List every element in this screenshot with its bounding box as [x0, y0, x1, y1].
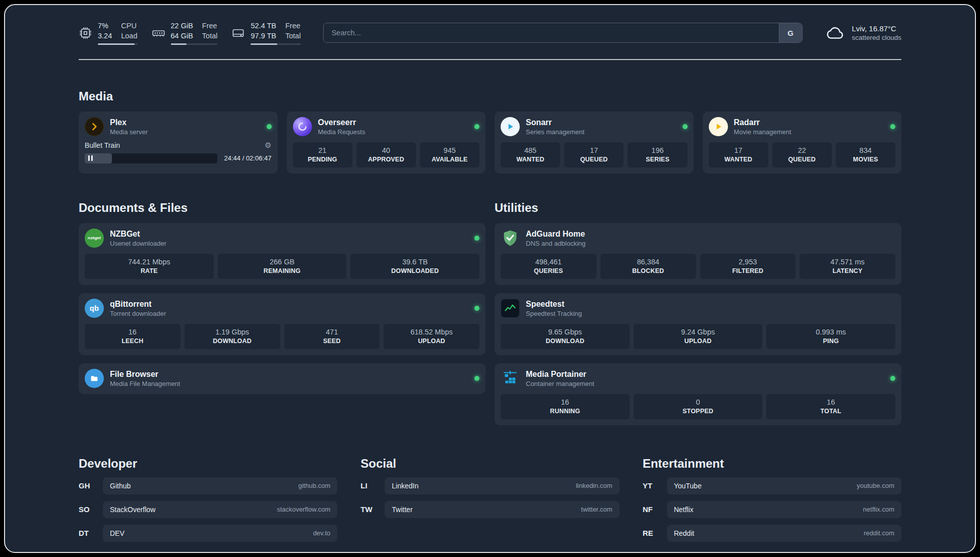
service-name: AdGuard Home: [526, 229, 586, 239]
speedtest-icon: [501, 299, 520, 318]
nzbget-icon: nzbget: [85, 229, 104, 248]
status-dot: [474, 236, 479, 241]
bookmark-row-stackoverflow: SO StackOverflow stackoverflow.com: [79, 501, 337, 518]
stat-tile: 498,461 QUERIES: [501, 254, 596, 279]
bookmark-abbr: RE: [643, 529, 667, 537]
stat-label: LEECH: [87, 338, 178, 345]
bookmark-link-dev[interactable]: DEV dev.to: [103, 525, 337, 542]
stat-label: LATENCY: [802, 267, 893, 274]
service-card-adguard: AdGuard Home DNS and adblocking 498,461 …: [495, 223, 901, 285]
stat-label: DOWNLOADED: [352, 267, 477, 274]
gear-icon[interactable]: ⚙: [265, 141, 271, 149]
status-dot: [474, 306, 479, 311]
service-subtitle: Torrent downloader: [110, 310, 166, 317]
status-dot: [267, 124, 272, 129]
adguard-service-link[interactable]: AdGuard Home DNS and adblocking: [501, 229, 895, 248]
overseerr-icon: [293, 117, 312, 136]
status-dot: [474, 376, 479, 381]
bookmark-row-dev: DT DEV dev.to: [79, 525, 337, 542]
stat-value: 744.21 Mbps: [87, 258, 212, 266]
bookmark-link-stackoverflow[interactable]: StackOverflow stackoverflow.com: [103, 501, 337, 518]
bookmark-name: Netflix: [674, 506, 694, 514]
stat-value: 834: [838, 146, 893, 154]
bookmark-row-reddit: RE Reddit reddit.com: [643, 525, 901, 542]
bookmark-name: StackOverflow: [110, 506, 155, 514]
pause-button[interactable]: [88, 155, 93, 161]
service-subtitle: Movie management: [734, 128, 791, 136]
bookmark-link-twitter[interactable]: Twitter twitter.com: [385, 501, 619, 518]
filebrowser-service-link[interactable]: File Browser Media File Management: [85, 369, 479, 388]
bookmark-name: Reddit: [674, 529, 694, 537]
bookmark-link-netflix[interactable]: Netflix netflix.com: [667, 501, 901, 518]
radarr-service-link[interactable]: Radarr Movie management: [709, 117, 896, 136]
bookmark-name: YouTube: [674, 482, 702, 490]
speedtest-service-link[interactable]: Speedtest Speedtest Tracking: [501, 299, 895, 318]
bookmark-link-reddit[interactable]: Reddit reddit.com: [667, 525, 901, 542]
stat-value: 0.993 ms: [768, 328, 893, 336]
search-provider-button[interactable]: G: [779, 23, 802, 42]
stat-tile: 16 RUNNING: [501, 394, 630, 419]
bookmark-link-linkedin[interactable]: LinkedIn linkedin.com: [385, 477, 619, 494]
stat-value: 16: [768, 398, 893, 406]
stat-label: PING: [768, 338, 893, 345]
stat-tile: 485 WANTED: [501, 142, 560, 168]
top-bar: 7% CPU 3.24 Load 22 GiB Free 64 GiB Tota…: [79, 21, 901, 45]
portainer-service-link[interactable]: Media Portainer Container management: [501, 369, 895, 388]
service-card-radarr: Radarr Movie management 17 WANTED 22 QUE…: [703, 112, 902, 174]
stat-label: TOTAL: [768, 408, 893, 415]
service-subtitle: Container management: [526, 380, 594, 387]
stat-tile: 744.21 Mbps RATE: [85, 254, 214, 279]
memory-total-value: 64 GiB: [171, 31, 193, 41]
stat-label: APPROVED: [358, 156, 414, 163]
stat-value: 0: [636, 398, 761, 406]
stat-tile: 17 QUEUED: [564, 142, 624, 168]
stat-tile: 16 LEECH: [85, 324, 180, 349]
memory-total-label: Total: [202, 31, 218, 41]
memory-free-value: 22 GiB: [171, 21, 193, 31]
disk-usage-bar: [251, 43, 300, 45]
search-input[interactable]: [324, 23, 779, 42]
stat-label: DOWNLOAD: [187, 338, 278, 345]
stat-tile: 21 PENDING: [293, 142, 352, 168]
bookmark-domain: linkedin.com: [576, 482, 612, 489]
plex-now-playing: Bullet Train ⚙ 24:44 / 02:06:47: [85, 141, 272, 163]
nzbget-service-link[interactable]: nzbget NZBGet Usenet downloader: [85, 229, 479, 248]
cpu-usage-bar: [98, 43, 138, 45]
stat-value: 9.24 Gbps: [636, 328, 761, 336]
memory-widget: 22 GiB Free 64 GiB Total: [152, 21, 218, 45]
service-card-overseerr: Overseerr Media Requests 21 PENDING 40 A…: [287, 112, 486, 174]
stat-label: UPLOAD: [386, 338, 477, 345]
weather-widget: Lviv, 16.87°C scattered clouds: [825, 22, 901, 43]
overseerr-service-link[interactable]: Overseerr Media Requests: [293, 117, 480, 136]
section-title-developer: Developer: [79, 457, 337, 471]
service-name: NZBGet: [110, 229, 166, 239]
service-card-portainer: Media Portainer Container management 16 …: [495, 363, 901, 425]
cpu-label: CPU: [121, 21, 137, 31]
bookmark-abbr: GH: [79, 481, 103, 490]
bookmark-domain: github.com: [298, 482, 331, 489]
bookmark-link-youtube[interactable]: YouTube youtube.com: [667, 477, 901, 494]
bookmark-domain: dev.to: [313, 529, 330, 537]
stat-value: 498,461: [503, 258, 594, 266]
status-dot: [683, 124, 688, 129]
stat-value: 40: [358, 146, 414, 154]
bookmark-link-github[interactable]: Github github.com: [103, 477, 337, 494]
playback-time: 24:44 / 02:06:47: [224, 154, 272, 162]
stat-value: 16: [503, 398, 628, 406]
bookmark-abbr: DT: [79, 529, 103, 537]
bookmark-group-entertainment: Entertainment YT YouTube youtube.com NF …: [643, 457, 901, 542]
qbittorrent-service-link[interactable]: qb qBittorrent Torrent downloader: [85, 299, 479, 318]
plex-service-link[interactable]: Plex Media server: [85, 117, 272, 136]
service-card-nzbget: nzbget NZBGet Usenet downloader 744.21 M…: [79, 223, 485, 285]
playback-progress-bar[interactable]: [85, 153, 217, 163]
stat-value: 485: [503, 146, 558, 154]
service-subtitle: Usenet downloader: [110, 240, 166, 247]
memory-free-label: Free: [202, 21, 218, 31]
bookmark-abbr: LI: [360, 481, 385, 490]
bookmark-abbr: YT: [643, 481, 667, 490]
stat-label: QUERIES: [503, 267, 594, 274]
section-title-media: Media: [79, 89, 901, 103]
sonarr-service-link[interactable]: Sonarr Series management: [501, 117, 688, 136]
bookmark-name: DEV: [110, 529, 125, 537]
bookmark-domain: youtube.com: [857, 482, 894, 489]
